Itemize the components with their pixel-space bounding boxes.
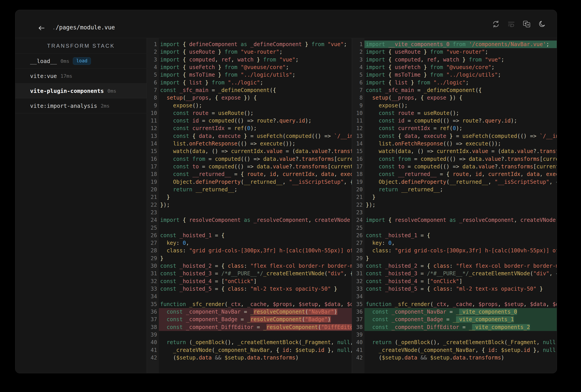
code-line: list.onFetchResponse(() => execute()); bbox=[364, 140, 557, 148]
line-number: 4 bbox=[147, 64, 159, 71]
code-line: const _component_DiffEditor = __vite_com… bbox=[364, 324, 557, 331]
line-number: 38 bbox=[352, 324, 364, 331]
code-line: import { computed, ref, watch } from "vu… bbox=[364, 56, 557, 64]
line-number: 7 bbox=[352, 86, 364, 94]
refresh-icon[interactable] bbox=[492, 20, 500, 28]
code-line bbox=[159, 293, 352, 300]
line-number: 22 bbox=[147, 201, 159, 209]
code-line: const _hoisted_2 = { class: "flex flex-c… bbox=[159, 262, 352, 270]
code-line: }); bbox=[364, 201, 557, 209]
line-number: 37 bbox=[352, 316, 364, 323]
code-line: const _hoisted_4 = ["onClick"] bbox=[364, 278, 557, 285]
desktop-background: ./pages/module.vue bbox=[0, 0, 581, 392]
line-number: 28 bbox=[147, 247, 159, 254]
diff-toggle-icon[interactable] bbox=[523, 20, 531, 28]
plugin-name: vite:import-analysis bbox=[30, 103, 97, 109]
line-number: 36 bbox=[352, 308, 364, 316]
code-line: return (_openBlock(), _createElementBloc… bbox=[364, 338, 557, 346]
code-line: import { resolveComponent as _resolveCom… bbox=[159, 216, 352, 224]
code-line: const id = computed(() => route?.query.i… bbox=[364, 117, 557, 124]
header-actions bbox=[492, 10, 546, 38]
code-line: const _component_Badge = __vite_componen… bbox=[364, 316, 557, 323]
line-number: 12 bbox=[352, 124, 364, 132]
line-number: 3 bbox=[147, 56, 159, 64]
back-button[interactable] bbox=[37, 24, 46, 32]
code-line: const _hoisted_5 = { class: "ml-2 text-x… bbox=[364, 285, 557, 293]
path-prefix: . bbox=[52, 24, 56, 31]
code-line: } bbox=[159, 254, 352, 262]
line-number: 26 bbox=[352, 232, 364, 239]
line-number: 6 bbox=[352, 79, 364, 86]
code-line: const _component_Badge = _resolveCompone… bbox=[159, 316, 352, 323]
code-line: return (_openBlock(), _createElementBloc… bbox=[159, 338, 352, 346]
line-number: 35 bbox=[147, 300, 159, 308]
line-number: 10 bbox=[147, 109, 159, 117]
sidebar-item-vite-plugin-components[interactable]: vite-plugin-components0ms bbox=[15, 84, 146, 98]
plugin-name: vite:vue bbox=[30, 73, 57, 79]
line-number: 17 bbox=[352, 163, 364, 170]
line-number: 36 bbox=[147, 308, 159, 316]
vite-inspect-window: ./pages/module.vue bbox=[15, 10, 557, 373]
line-number: 40 bbox=[147, 338, 159, 346]
line-number: 27 bbox=[147, 239, 159, 247]
line-number: 3 bbox=[352, 56, 364, 64]
code-line: Object.defineProperty(__returned__, "__i… bbox=[159, 178, 352, 186]
line-number: 28 bbox=[352, 247, 364, 254]
sidebar-item-vite-import-analysis[interactable]: vite:import-analysis2ms bbox=[15, 98, 146, 113]
code-line: function _sfc_render(_ctx, _cache, $prop… bbox=[159, 300, 352, 308]
code-line: const _hoisted_5 = { class: "ml-2 text-x… bbox=[159, 285, 352, 293]
code-line: import __vite_components_0 from '/compon… bbox=[364, 40, 557, 48]
code-line: const _component_NavBar = __vite_compone… bbox=[364, 308, 557, 316]
code-line: const from = computed(() => data.value?.… bbox=[364, 155, 557, 163]
line-number: 23 bbox=[147, 209, 159, 216]
line-number: 18 bbox=[352, 170, 364, 178]
code-line: return __returned__; bbox=[364, 186, 557, 193]
code-line: const _hoisted_1 = { bbox=[364, 232, 557, 239]
code-before: import { defineComponent as _defineCompo… bbox=[159, 38, 352, 373]
module-path-title: ./pages/module.vue bbox=[52, 24, 115, 31]
line-number: 12 bbox=[147, 124, 159, 132]
code-line: setup(__props, { expose }) { bbox=[159, 94, 352, 102]
line-number: 11 bbox=[147, 117, 159, 124]
code-line: const route = useRoute(); bbox=[364, 109, 557, 117]
sidebar-item--load-[interactable]: __load__0msload bbox=[15, 54, 146, 68]
line-number: 29 bbox=[147, 254, 159, 262]
dark-mode-icon[interactable] bbox=[538, 20, 546, 28]
line-number: 17 bbox=[147, 163, 159, 170]
sidebar-item-vite-vue[interactable]: vite:vue17ms bbox=[15, 68, 146, 84]
code-line: const __returned__ = { route, id, curren… bbox=[159, 170, 352, 178]
code-line: const _sfc_main = _defineComponent({ bbox=[159, 86, 352, 94]
line-number: 42 bbox=[352, 354, 364, 362]
code-panel-after: 1234567891011121314151617181920212223242… bbox=[352, 38, 557, 373]
code-line: import { computed, ref, watch } from "vu… bbox=[159, 56, 352, 64]
code-line bbox=[159, 331, 352, 338]
code-line: const _hoisted_3 = /*#__PURE__*/_createE… bbox=[159, 270, 352, 277]
plugin-name: __load__ bbox=[30, 58, 57, 64]
code-line: const currentIdx = ref(0); bbox=[159, 124, 352, 132]
line-number: 8 bbox=[147, 94, 159, 102]
code-line: const _component_NavBar = _resolveCompon… bbox=[159, 308, 352, 316]
line-wrap-icon[interactable] bbox=[507, 20, 515, 28]
code-line: const from = computed(() => data.value?.… bbox=[159, 155, 352, 163]
line-number: 11 bbox=[352, 117, 364, 124]
line-number: 31 bbox=[147, 270, 159, 277]
code-line bbox=[159, 209, 352, 216]
line-number: 16 bbox=[352, 155, 364, 163]
line-number: 9 bbox=[352, 102, 364, 109]
code-line bbox=[364, 293, 557, 300]
line-number: 37 bbox=[147, 316, 159, 323]
line-number: 25 bbox=[352, 224, 364, 232]
code-line: const { data, execute } = useFetch(compu… bbox=[364, 132, 557, 140]
line-number: 20 bbox=[352, 186, 364, 193]
code-line: import { msToTime } from "../logic/utils… bbox=[364, 71, 557, 78]
code-line: function _sfc_render(_ctx, _cache, $prop… bbox=[364, 300, 557, 308]
code-line: ($setup.data && $setup.data.transforms) bbox=[364, 354, 557, 362]
load-badge: load bbox=[73, 57, 91, 64]
code-line: const route = useRoute(); bbox=[159, 109, 352, 117]
line-number: 6 bbox=[147, 79, 159, 86]
code-line: expose(); bbox=[364, 102, 557, 109]
line-number: 35 bbox=[352, 300, 364, 308]
line-number: 34 bbox=[352, 293, 364, 300]
line-number: 21 bbox=[147, 193, 159, 201]
line-number: 10 bbox=[352, 109, 364, 117]
